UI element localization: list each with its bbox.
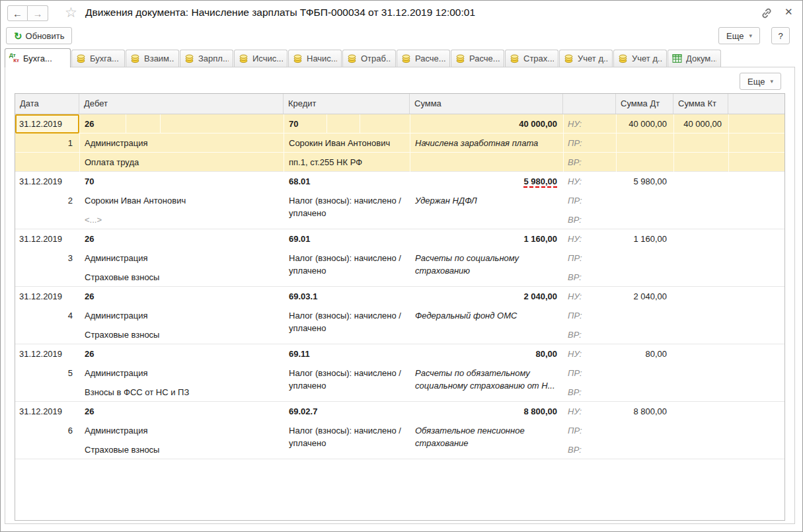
debit-cell[interactable]: 70 Сорокин Иван Антонович <...> (79, 172, 284, 229)
debit-cell[interactable]: 26 Администрация Страховые взносы (79, 402, 284, 459)
table-more-button[interactable]: Еще ▾ (740, 73, 781, 90)
movement-row[interactable]: 31.12.2019 1 26 Администрация Оплата тру… (15, 114, 784, 172)
sum-kt-cell[interactable] (673, 229, 728, 286)
coins-icon (184, 54, 195, 64)
comment: Удержан НДФЛ (410, 191, 563, 207)
debit-cell[interactable]: 26 Администрация Страховые взносы (79, 287, 284, 344)
header-cell-debit: Дебет (79, 94, 284, 114)
sum-dt-value: 5 980,00 (616, 172, 673, 191)
date-cell[interactable]: 31.12.2019 1 (15, 114, 79, 171)
tab[interactable]: Учет д... (559, 50, 613, 67)
trailing-cell (728, 402, 784, 459)
back-icon: ← (13, 8, 22, 19)
sum-kt-cell[interactable] (673, 172, 728, 229)
sum-dt-cell[interactable]: 8 800,00 (616, 402, 673, 459)
forward-button[interactable]: → (28, 5, 48, 21)
tab[interactable]: Зарпл... (180, 50, 233, 67)
debit-account: 26 (79, 229, 284, 248)
tab[interactable]: Докум... (668, 50, 721, 67)
sum-kt-cell[interactable] (673, 287, 728, 344)
debit-cell[interactable]: 26 Администрация Взносы в ФСС от НС и ПЗ (79, 344, 284, 401)
vr-label: ВР: (563, 268, 616, 286)
amount-value: 1 160,00 (523, 234, 557, 244)
trailing-cell (728, 172, 784, 229)
coins-icon (130, 54, 141, 64)
more-label: Еще (747, 77, 765, 87)
comment: Расчеты по социальному страхованию (410, 248, 563, 277)
amount-value: 8 800,00 (523, 406, 557, 416)
row-number: 5 (15, 363, 79, 383)
credit-account: 69.11 (284, 344, 410, 363)
debit-subconto-1: Администрация (79, 421, 284, 440)
credit-cell[interactable]: 68.01 Налог (взносы): начислено / уплаче… (284, 172, 410, 229)
credit-cell[interactable]: 69.03.1 Налог (взносы): начислено / упла… (284, 287, 410, 344)
comment: Федеральный фонд ОМС (410, 306, 563, 322)
help-button[interactable]: ? (771, 27, 790, 44)
debit-account: 70 (79, 172, 284, 191)
back-button[interactable]: ← (7, 5, 28, 21)
amount-cell[interactable]: 80,00 Расчеты по обязательному социально… (410, 344, 563, 401)
credit-cell[interactable]: 69.02.7 Налог (взносы): начислено / упла… (284, 402, 410, 459)
link-icon[interactable] (760, 7, 773, 20)
credit-cell[interactable]: 69.11 Налог (взносы): начислено / уплаче… (284, 344, 410, 401)
window-more-button[interactable]: Еще ▾ (718, 27, 760, 44)
movement-row[interactable]: 31.12.2019 2 70 Сорокин Иван Антонович <… (15, 172, 784, 229)
sum-dt-cell[interactable]: 80,00 (616, 344, 673, 401)
close-icon[interactable]: ✕ (784, 6, 793, 18)
movement-row[interactable]: 31.12.2019 5 26 Администрация Взносы в Ф… (15, 344, 784, 402)
nu-label: НУ: (563, 229, 616, 248)
debit-cell[interactable]: 26 Администрация Страховые взносы (79, 229, 284, 286)
sum-dt-cell[interactable]: 40 000,00 (616, 114, 673, 171)
favorite-star-icon[interactable]: ☆ (65, 4, 77, 21)
sum-dt-cell[interactable]: 5 980,00 (616, 172, 673, 229)
date-cell[interactable]: 31.12.2019 4 (15, 287, 79, 344)
document-movements-window: ← → ☆ Движения документа: Начисление зар… (0, 0, 803, 532)
nu-label: НУ: (563, 402, 616, 421)
vr-label: ВР: (563, 210, 616, 229)
tab[interactable]: Исчис... (234, 50, 287, 67)
amount-cell[interactable]: 40 000,00 Начислена заработная плата (410, 114, 563, 171)
tab[interactable]: ДтКт Бухга... (5, 48, 71, 67)
credit-cell[interactable]: 70 Сорокин Иван Антонович пп.1, ст.255 Н… (284, 114, 410, 171)
debit-cell[interactable]: 26 Администрация Оплата труда (79, 114, 284, 171)
header-cell-sum-dt: Сумма Дт (616, 94, 673, 114)
tab[interactable]: Расче... (451, 50, 504, 67)
date-cell[interactable]: 31.12.2019 5 (15, 344, 79, 401)
toolbar: ↻ Обновить Еще ▾ ? (1, 26, 802, 47)
date-value: 31.12.2019 (15, 402, 79, 421)
debit-subconto-2: Страховые взносы (79, 268, 284, 286)
sum-dt-cell[interactable]: 2 040,00 (616, 287, 673, 344)
tab[interactable]: Учет д... (613, 50, 667, 67)
credit-subconto: Налог (взносы): начислено / уплачено (284, 421, 410, 449)
vr-label: ВР: (563, 153, 616, 171)
amount-cell[interactable]: 2 040,00 Федеральный фонд ОМС (410, 287, 563, 344)
coins-icon (293, 54, 303, 64)
date-cell[interactable]: 31.12.2019 6 (15, 402, 79, 459)
date-value: 31.12.2019 (15, 229, 79, 248)
refresh-button[interactable]: ↻ Обновить (6, 27, 72, 44)
tab-label: Бухга... (23, 54, 52, 63)
movement-row[interactable]: 31.12.2019 4 26 Администрация Страховые … (15, 287, 784, 344)
date-cell[interactable]: 31.12.2019 2 (15, 172, 79, 229)
amount-cell[interactable]: 1 160,00 Расчеты по социальному страхова… (410, 229, 563, 286)
tab[interactable]: Отраб... (342, 50, 396, 67)
movement-row[interactable]: 31.12.2019 6 26 Администрация Страховые … (15, 402, 784, 459)
sum-kt-cell[interactable] (673, 344, 728, 401)
sum-kt-cell[interactable] (673, 402, 728, 459)
tab-label: Докум... (686, 54, 716, 63)
sum-dt-cell[interactable]: 1 160,00 (616, 229, 673, 286)
date-cell[interactable]: 31.12.2019 3 (15, 229, 79, 286)
movement-row[interactable]: 31.12.2019 3 26 Администрация Страховые … (15, 229, 784, 287)
debit-account: 26 (79, 344, 284, 363)
tab[interactable]: Страх... (505, 50, 558, 67)
sum-kt-cell[interactable]: 40 000,00 (673, 114, 728, 171)
credit-cell[interactable]: 69.01 Налог (взносы): начислено / уплаче… (284, 229, 410, 286)
tab[interactable]: Расче... (397, 50, 450, 67)
tab[interactable]: Бухга... (71, 50, 125, 67)
tab-label: Отраб... (361, 54, 391, 63)
tab[interactable]: Взаим... (126, 50, 179, 67)
amount-value: 40 000,00 (519, 119, 557, 129)
amount-cell[interactable]: 5 980,00 Удержан НДФЛ (410, 172, 563, 229)
tab[interactable]: Начис... (288, 50, 342, 67)
amount-cell[interactable]: 8 800,00 Обязательное пенсионное страхов… (410, 402, 563, 459)
